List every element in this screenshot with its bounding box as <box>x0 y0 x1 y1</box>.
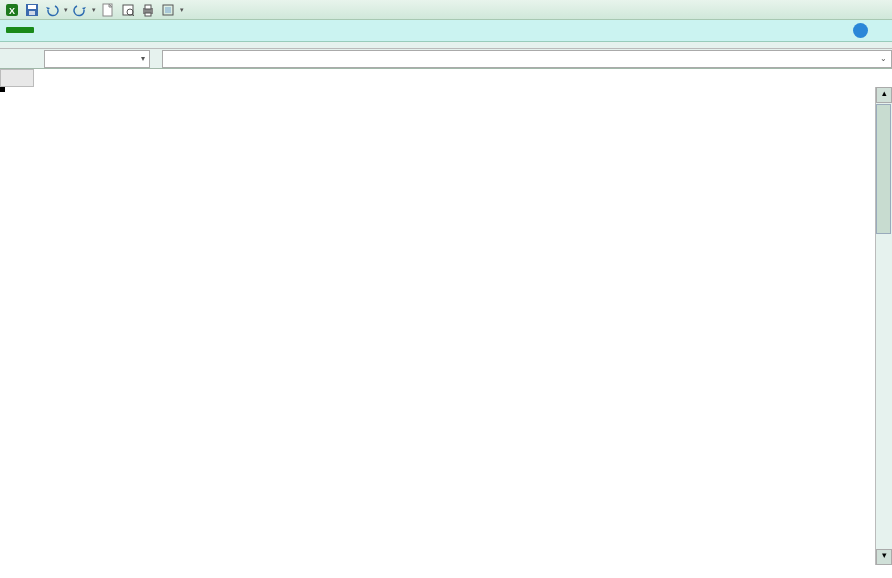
svg-text:X: X <box>9 6 15 16</box>
redo-icon[interactable] <box>72 2 88 18</box>
qat-customize-icon[interactable]: ▾ <box>180 6 184 14</box>
tab-formulas[interactable] <box>118 28 146 34</box>
tab-review[interactable] <box>174 28 202 34</box>
save-icon[interactable] <box>24 2 40 18</box>
scroll-up-icon[interactable]: ▴ <box>876 87 892 103</box>
tab-view[interactable] <box>202 28 230 34</box>
tab-data[interactable] <box>146 28 174 34</box>
help-icon[interactable] <box>853 23 868 38</box>
touch-mode-icon[interactable] <box>160 2 176 18</box>
undo-dropdown-icon[interactable]: ▾ <box>64 6 68 14</box>
vertical-scrollbar[interactable]: ▴ ▾ <box>875 87 892 565</box>
name-box[interactable]: ▾ <box>44 50 150 68</box>
redo-dropdown-icon[interactable]: ▾ <box>92 6 96 14</box>
quick-print-icon[interactable] <box>140 2 156 18</box>
svg-line-8 <box>132 14 134 16</box>
fill-handle[interactable] <box>0 87 5 92</box>
svg-rect-11 <box>145 13 151 16</box>
scroll-thumb[interactable] <box>876 104 891 234</box>
tab-home[interactable] <box>34 28 62 34</box>
svg-rect-10 <box>145 5 151 9</box>
print-preview-icon[interactable] <box>120 2 136 18</box>
scroll-down-icon[interactable]: ▾ <box>876 549 892 565</box>
svg-rect-4 <box>29 11 35 15</box>
quick-access-toolbar: X ▾ ▾ ▾ <box>4 2 184 18</box>
tab-developer[interactable] <box>230 28 258 34</box>
ribbon-tabs <box>0 20 892 42</box>
new-icon[interactable] <box>100 2 116 18</box>
undo-icon[interactable] <box>44 2 60 18</box>
name-box-dropdown-icon[interactable]: ▾ <box>141 54 145 63</box>
formula-input[interactable] <box>162 50 876 68</box>
formula-expand-icon[interactable]: ⌄ <box>876 50 892 68</box>
tab-addins[interactable] <box>258 28 286 34</box>
tab-page-layout[interactable] <box>90 28 118 34</box>
svg-rect-13 <box>165 7 171 13</box>
ribbon-collapsed-strip <box>0 42 892 49</box>
formula-bar: ▾ ⌄ <box>0 49 892 69</box>
title-bar: X ▾ ▾ ▾ <box>0 0 892 20</box>
excel-icon[interactable]: X <box>4 2 20 18</box>
select-all-corner[interactable] <box>0 69 34 87</box>
tab-insert[interactable] <box>62 28 90 34</box>
tab-file[interactable] <box>6 27 34 33</box>
worksheet-grid[interactable]: ▴ ▾ <box>0 69 892 565</box>
svg-rect-3 <box>28 5 36 9</box>
